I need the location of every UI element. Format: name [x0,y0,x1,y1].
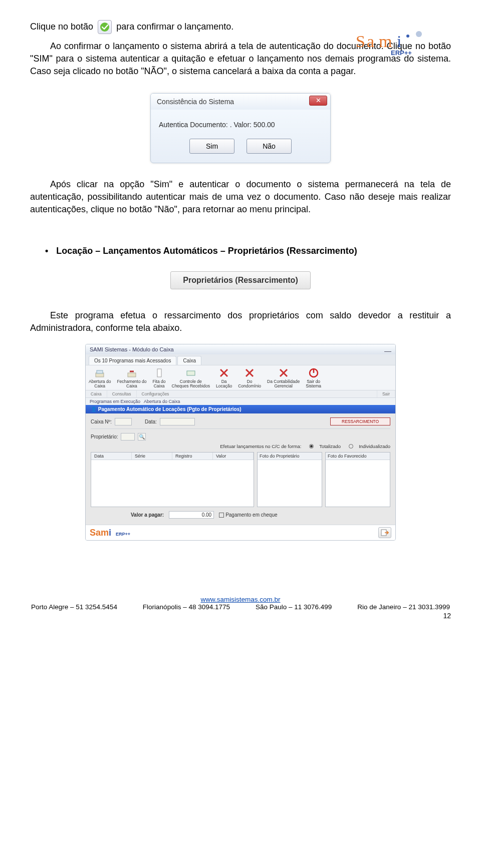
dialog-sim-button[interactable]: Sim [189,139,234,154]
photo-proprietario: Foto do Proprietário [257,452,322,507]
svg-rect-10 [157,369,161,377]
radio-totalizado[interactable] [309,444,314,449]
footer-cities: Porto Alegre – 51 3254.5454 Florianópoli… [30,603,451,611]
erp-tab[interactable]: Os 10 Programas mais Acessados [89,356,176,365]
photo-favorecido: Foto do Favorecido [325,452,390,507]
svg-point-0 [416,31,422,37]
radio-individualizado[interactable] [349,444,353,449]
erp-grid: Data Série Registro Valor [91,452,254,507]
lookup-icon[interactable]: 🔍 [138,433,146,441]
efetuar-label: Efetuar lançamentos no C/C de forma: [220,444,301,449]
svg-text:m: m [379,32,392,51]
erp-titlebar: SAMI Sistemas - Módulo do Caixa — [86,344,395,354]
paragraph-3: Após clicar na opção "Sim" e autenticar … [30,178,451,216]
svg-rect-8 [97,370,103,373]
svg-point-5 [406,35,409,38]
toolbar-sair[interactable]: Sair do Sistema [303,365,324,390]
proprietarios-button[interactable]: Proprietários (Ressarcimento) [170,271,311,289]
erp-section-labels: Caixa Consultas Configurações Sair [86,390,395,398]
svg-rect-11 [187,371,195,375]
data-label: Data: [145,419,157,424]
dialog-close-button[interactable]: ✕ [309,96,327,106]
toolbar-fita[interactable]: Fita do Caixa [150,365,169,390]
brand-logo: S a m i ERP++ [356,30,426,60]
erp-status-bar: Programas em Execução Abertura do Caixa [86,398,395,405]
exit-button[interactable] [378,527,391,538]
cheque-checkbox[interactable] [219,513,224,518]
page-number: 12 [30,612,451,620]
footer-logo: Sami ERP++ [90,528,130,538]
toolbar-fechamento[interactable]: Fechamento do Caixa [114,365,149,390]
proprietario-label: Proprietário: [91,434,118,440]
proprietario-input[interactable] [121,433,135,441]
toolbar-locacao[interactable]: Da Locação [213,365,235,390]
valor-label: Valor a pagar: [131,512,164,518]
dialog-nao-button[interactable]: Não [247,139,292,154]
toolbar-contabilidade[interactable]: Da Contabilidade Gerencial [264,365,303,390]
erp-bluebar: 👤 Pagamento Automático de Locações (Pgto… [86,405,395,413]
erp-tabs: Os 10 Programas mais Acessados Caixa [86,354,395,365]
dialog-body-text: Autentica Documento: . Valor: 500.00 [151,110,330,134]
paragraph-4: Este programa efetua o ressarcimento dos… [30,309,451,334]
dialog-title: Consistência do Sistema ✕ [151,94,330,110]
footer-url[interactable]: www.samisistemas.com.br [200,596,280,603]
erp-tab[interactable]: Caixa [177,356,201,365]
data-input[interactable] [160,418,195,425]
section-heading: Locação – Lançamentos Automáticos – Prop… [45,246,451,256]
minimize-icon[interactable]: — [384,347,391,355]
toolbar-condominio[interactable]: Do Condomínio [235,365,264,390]
logo-sub: ERP++ [391,49,412,57]
ressarcimento-badge: RESSARCIMENTO [330,417,390,425]
svg-point-6 [100,23,109,32]
caixa-label: Caixa Nº: [91,419,112,424]
valor-value: 0.00 [169,511,214,519]
caixa-input[interactable] [115,418,132,425]
svg-text:i: i [397,32,401,51]
confirm-icon [98,20,112,34]
svg-text:a: a [367,32,374,51]
svg-rect-9 [128,373,136,377]
toolbar-cheques[interactable]: Controle de Cheques Recebidos [169,365,213,390]
consistencia-dialog: Consistência do Sistema ✕ Autentica Docu… [150,93,331,163]
erp-window: SAMI Sistemas - Módulo do Caixa — Os 10 … [85,344,396,541]
erp-toolbar: Abertura do Caixa Fechamento do Caixa Fi… [86,365,395,391]
toolbar-abertura[interactable]: Abertura do Caixa [86,365,114,390]
svg-text:S: S [356,32,365,51]
